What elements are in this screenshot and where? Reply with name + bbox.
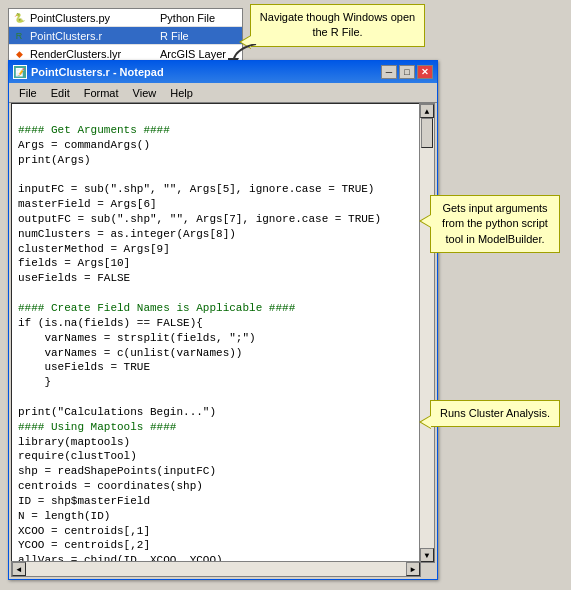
file-type-r: R File [160,30,240,42]
file-name-py: PointClusters.py [30,12,160,24]
menu-format[interactable]: Format [78,86,125,100]
file-name-r: PointClusters.r [30,30,160,42]
r-file-icon: R [11,29,27,43]
titlebar: 📝 PointClusters.r - Notepad ─ □ ✕ [9,61,437,83]
minimize-button[interactable]: ─ [381,65,397,79]
window-title: PointClusters.r - Notepad [31,66,164,78]
file-explorer: 🐍 PointClusters.py Python File R PointCl… [8,8,243,64]
scroll-left-button[interactable]: ◄ [12,562,26,576]
scroll-right-button[interactable]: ► [406,562,420,576]
menu-edit[interactable]: Edit [45,86,76,100]
scroll-track-h[interactable] [26,562,406,576]
horizontal-scrollbar[interactable]: ◄ ► [11,561,421,577]
python-file-icon: 🐍 [11,11,27,25]
menu-view[interactable]: View [127,86,163,100]
close-button[interactable]: ✕ [417,65,433,79]
window-controls: ─ □ ✕ [381,65,433,79]
scroll-down-button[interactable]: ▼ [420,548,434,562]
code-area[interactable]: #### Get Arguments #### Args = commandAr… [11,103,421,563]
callout-bottom: Runs Cluster Analysis. [430,400,560,427]
code-content: #### Get Arguments #### Args = commandAr… [12,104,420,563]
callout-middle: Gets input arguments from the python scr… [430,195,560,253]
scroll-thumb-v[interactable] [421,118,433,148]
titlebar-left: 📝 PointClusters.r - Notepad [13,65,164,79]
file-row-py[interactable]: 🐍 PointClusters.py Python File [9,9,242,27]
vertical-scrollbar[interactable]: ▲ ▼ [419,103,435,563]
maximize-button[interactable]: □ [399,65,415,79]
callout-bottom-text: Runs Cluster Analysis. [440,407,550,419]
callout-top: Navigate though Windows open the R File. [250,4,425,47]
file-name-lyr: RenderClusters.lyr [30,48,160,60]
menu-help[interactable]: Help [164,86,199,100]
callout-middle-text: Gets input arguments from the python scr… [442,202,548,245]
file-type-py: Python File [160,12,240,24]
callout-top-text: Navigate though Windows open the R File. [260,11,415,38]
scroll-track-v[interactable] [420,118,434,548]
file-row-r[interactable]: R PointClusters.r R File [9,27,242,45]
notepad-icon: 📝 [13,65,27,79]
menu-file[interactable]: File [13,86,43,100]
scroll-up-button[interactable]: ▲ [420,104,434,118]
menubar: File Edit Format View Help [9,83,437,103]
notepad-window: 📝 PointClusters.r - Notepad ─ □ ✕ File E… [8,60,438,580]
lyr-file-icon: ◆ [11,47,27,61]
